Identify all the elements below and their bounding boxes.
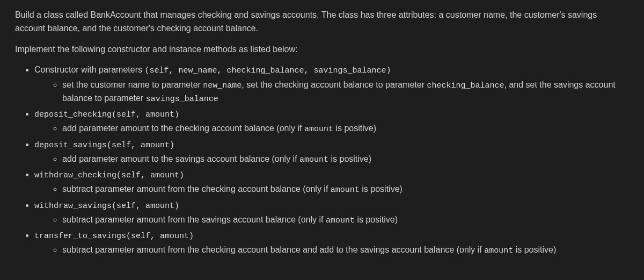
method-description: subtract parameter amount from the savin… [62, 213, 629, 227]
method-description-list: subtract parameter amount from the check… [34, 183, 629, 196]
method-description: subtract parameter amount from the check… [62, 243, 629, 257]
description-text: is positive) [328, 154, 371, 163]
method-item: deposit_savings(self, amount)add paramet… [34, 138, 629, 167]
method-description-list: set the customer name to parameter new_n… [34, 78, 629, 106]
description-text: add parameter amount to the checking acc… [62, 124, 304, 133]
method-item: Constructor with parameters (self, new_n… [34, 63, 629, 105]
description-text: is positive) [333, 124, 376, 133]
method-signature: withdraw_checking(self, amount) [34, 171, 184, 180]
inline-code: amount [299, 155, 328, 164]
description-text: is positive) [513, 245, 556, 254]
method-list: Constructor with parameters (self, new_n… [15, 63, 629, 257]
method-description: add parameter amount to the checking acc… [62, 122, 629, 135]
method-signature: withdraw_savings(self, amount) [34, 202, 179, 211]
method-signature: (self, new_name, checking_balance, savin… [144, 66, 391, 75]
intro-paragraph-1: Build a class called BankAccount that ma… [15, 9, 629, 35]
description-text: subtract parameter amount from the check… [62, 184, 331, 193]
description-text: subtract parameter amount from the check… [62, 245, 484, 254]
description-text: is positive) [360, 184, 402, 193]
inline-code: checking_balance [427, 81, 504, 90]
method-description-list: add parameter amount to the checking acc… [34, 122, 629, 135]
method-lead: Constructor with parameters [34, 65, 144, 74]
inline-code: new_name [203, 81, 241, 90]
method-description: set the customer name to parameter new_n… [62, 78, 629, 106]
method-description-list: subtract parameter amount from the check… [34, 243, 629, 257]
inline-code: amount [331, 185, 360, 195]
inline-code: amount [304, 125, 333, 134]
method-item: withdraw_checking(self, amount)subtract … [34, 168, 629, 197]
method-signature: transfer_to_savings(self, amount) [34, 232, 194, 241]
method-description-list: subtract parameter amount from the savin… [34, 213, 629, 227]
method-description: subtract parameter amount from the check… [62, 183, 629, 196]
description-text: add parameter amount to the savings acco… [62, 154, 299, 163]
description-text: , set the checking account balance to pa… [241, 80, 427, 89]
description-text: set the customer name to parameter [62, 80, 203, 89]
inline-code: amount [326, 216, 355, 225]
problem-statement: Build a class called BankAccount that ma… [0, 0, 644, 280]
inline-code: savings_balance [146, 95, 218, 104]
intro-paragraph-2: Implement the following constructor and … [15, 43, 629, 56]
description-text: subtract parameter amount from the savin… [62, 215, 326, 224]
description-text: is positive) [355, 215, 398, 224]
method-item: deposit_checking(self, amount)add parame… [34, 107, 629, 136]
method-signature: deposit_checking(self, amount) [34, 110, 179, 119]
method-item: withdraw_savings(self, amount)subtract p… [34, 199, 629, 227]
method-signature: deposit_savings(self, amount) [34, 141, 174, 150]
method-description-list: add parameter amount to the savings acco… [34, 153, 629, 166]
method-description: add parameter amount to the savings acco… [62, 153, 629, 166]
inline-code: amount [484, 246, 513, 255]
method-item: transfer_to_savings(self, amount)subtrac… [34, 229, 629, 257]
